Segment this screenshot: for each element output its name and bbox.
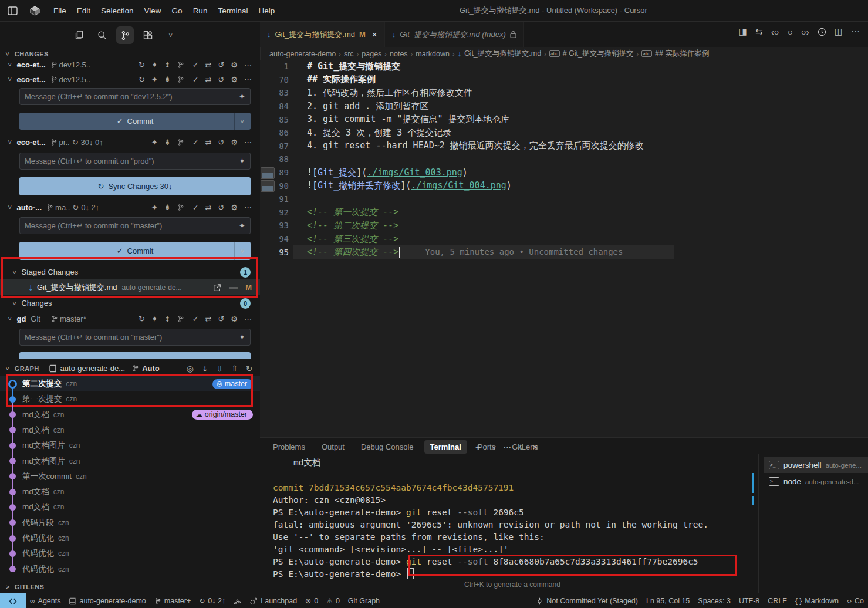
status-item-spaces-3[interactable]: Spaces: 3	[694, 593, 735, 608]
new-terminal-icon[interactable]: ＋	[474, 443, 482, 453]
commit-message-input-master[interactable]: Message (Ctrl+↵ to commit on "master") ✦	[19, 217, 251, 234]
code-line-85[interactable]: 853. git commit -m "提交信息" 提交到本地仓库	[260, 113, 868, 126]
sparkle-icon[interactable]: ✦	[239, 92, 245, 101]
repo-row-eco2[interactable]: > eco-et... dev12.5.. ↻✦⇟✓⇄↺⚙⋯	[0, 72, 260, 86]
commit-dropdown[interactable]: >	[234, 242, 251, 260]
commit-row[interactable]: md文档图片czn	[0, 454, 260, 469]
menu-run[interactable]: Run	[188, 6, 213, 15]
menu-edit[interactable]: Edit	[72, 6, 96, 15]
staged-file-row[interactable]: ↓ Git_提交与撤销提交.md auto-generate-de... — M	[0, 279, 260, 295]
search-icon[interactable]	[93, 26, 111, 44]
chevron-down-icon[interactable]: >	[162, 26, 180, 44]
fetch-icon[interactable]: ⇣	[201, 364, 208, 373]
status-item-crlf[interactable]: CRLF	[764, 593, 791, 608]
split-editor-icon[interactable]: ◫	[835, 26, 843, 37]
pull-icon[interactable]: ⇩	[217, 364, 224, 373]
tab-git-md-index[interactable]: ↓ Git_提交与撤销提交.md (Index)	[385, 22, 524, 47]
breadcrumb[interactable]: auto-generate-demo›src›pages›notes›markd…	[269, 48, 868, 60]
commit-message-input-gd[interactable]: Message (Ctrl+↵ to commit on "master") ✦	[19, 329, 251, 346]
repo-actions[interactable]: ↻✦⇟✓⇄↺⚙⋯	[139, 60, 252, 69]
change-icon[interactable]: ○	[788, 27, 793, 37]
menu-terminal[interactable]: Terminal	[212, 6, 253, 15]
close-icon[interactable]: ×	[372, 29, 377, 39]
status-item-agents[interactable]: ∞Agents	[26, 593, 65, 608]
status-item-0[interactable]: ⚠0	[322, 593, 344, 608]
status-item-0[interactable]: ⊗0	[301, 593, 322, 608]
prev-change-icon[interactable]: ‹○	[771, 27, 779, 37]
timeline-icon[interactable]	[818, 28, 826, 36]
commit-message-input-prod[interactable]: Message (Ctrl+↵ to commit on "prod") ✦	[19, 153, 251, 170]
sparkle-icon[interactable]: ✦	[239, 157, 245, 165]
panel-tab-problems[interactable]: Problems	[267, 440, 311, 454]
crumb-folder[interactable]: src	[344, 50, 354, 58]
sync-changes-button[interactable]: ↻Sync Changes 30↓	[19, 177, 251, 195]
commit-row[interactable]: 第一次commitczn	[0, 469, 260, 484]
status-item-master-[interactable]: master+	[150, 593, 195, 608]
commit-row[interactable]: 代码优化czn	[0, 546, 260, 561]
terminal-item-powershell[interactable]: >_powershellauto-gene...	[764, 457, 868, 473]
commit-row[interactable]: 第二次提交czn◎master	[0, 376, 260, 391]
status-item-git-graph[interactable]: Git Graph	[344, 593, 384, 608]
layout-toggle-icon[interactable]	[4, 2, 21, 19]
code-line-95[interactable]: 95<!-- 第四次提交 -->You, 5 minutes ago • Unc…	[260, 245, 868, 259]
menu-file[interactable]: File	[48, 6, 72, 15]
code-line-92[interactable]: 92<!-- 第一次提交 -->	[260, 206, 868, 219]
branch-badge-origin/master[interactable]: ☁origin/master	[192, 410, 253, 420]
terminal-dropdown-icon[interactable]: >	[487, 446, 498, 450]
open-changes-icon[interactable]: ⇆	[755, 26, 763, 37]
terminal-item-node[interactable]: >_nodeauto-generate-d...	[764, 474, 868, 489]
menu-help[interactable]: Help	[253, 6, 280, 15]
crumb-folder[interactable]: notes	[390, 50, 408, 58]
code-line-88[interactable]: 88	[260, 153, 868, 166]
crumb-folder[interactable]: markdown	[416, 50, 450, 58]
branch-badge-master[interactable]: ◎master	[212, 379, 253, 389]
repo-actions[interactable]: ↻✦⇟✓⇄↺⚙⋯	[139, 315, 252, 323]
commit-row[interactable]: 代码优化czn	[0, 531, 260, 546]
panel-tab-output[interactable]: Output	[316, 440, 350, 454]
source-control-icon[interactable]	[116, 26, 134, 44]
staged-changes-header[interactable]: > Staged Changes 1	[0, 265, 260, 279]
target-icon[interactable]: ◎	[187, 364, 194, 373]
code-editor[interactable]: 1# Git_提交与撤销提交70## 实际操作案例831. 代码改动，然后工作区…	[260, 60, 868, 437]
gitlens-section-header[interactable]: > GITLENS	[0, 580, 260, 593]
status-item-markdown[interactable]: { }Markdown	[791, 593, 843, 608]
menu-view[interactable]: View	[139, 6, 167, 15]
sparkle-icon[interactable]: ✦	[239, 333, 245, 342]
commit-row[interactable]: md文档czn	[0, 484, 260, 499]
code-line-89[interactable]: 89![Git_提交](./imgs/Git_003.png)	[260, 166, 868, 180]
code-line-84[interactable]: 842. git add . 添加到暂存区	[260, 100, 868, 113]
refresh-icon[interactable]: ↻	[246, 364, 253, 373]
maximize-panel-icon[interactable]: >	[517, 446, 528, 450]
menu-go[interactable]: Go	[167, 6, 188, 15]
remote-indicator[interactable]	[0, 593, 26, 608]
code-line-91[interactable]: 91	[260, 192, 868, 206]
copy-files-icon[interactable]	[70, 26, 88, 44]
crumb-file[interactable]: Git_提交与撤销提交.md	[464, 49, 541, 59]
code-line-83[interactable]: 831. 代码改动，然后工作区有相应修改文件	[260, 86, 868, 100]
commit-row[interactable]: md文档czn☁origin/master	[0, 407, 260, 423]
commit-row[interactable]: md文档图片czn	[0, 438, 260, 453]
terminal-output[interactable]: md文档commit 7bdd71534c657c554aab7674c4fbc…	[273, 457, 754, 580]
status-item-co[interactable]: ‹›Co	[843, 593, 868, 608]
status-item-0-2-[interactable]: ↻0↓ 2↑	[195, 593, 229, 608]
close-panel-icon[interactable]: ×	[533, 443, 538, 453]
code-line-90[interactable]: 90![Git_撤销并丢弃修改](./imgs/Git_004.png)	[260, 179, 868, 192]
crumb-symbol[interactable]: # Git_提交与撤销提交	[563, 49, 634, 59]
code-line-93[interactable]: 93<!-- 第二次提交 -->	[260, 219, 868, 232]
repo-actions[interactable]: ↻✦⇟✓⇄↺⚙⋯	[139, 75, 252, 84]
status-item-auto-generate-demo[interactable]: auto-generate-demo	[65, 593, 150, 608]
commit-row[interactable]: 代码优化czn	[0, 562, 260, 577]
open-file-icon[interactable]	[213, 283, 221, 292]
status-item-utf-8[interactable]: UTF-8	[735, 593, 764, 608]
status-item-launchpad[interactable]: Launchpad	[245, 593, 301, 608]
commit-dropdown[interactable]: >	[234, 113, 251, 130]
code-line-87[interactable]: 874. git reset --hard HEAD~2 撤销最近两次提交，完全…	[260, 140, 868, 153]
push-icon[interactable]: ⇧	[231, 364, 238, 373]
commit-button-auto[interactable]: ✓Commit >	[19, 242, 251, 260]
graph-section-header[interactable]: > GRAPH auto-generate-de... Auto ◎ ⇣ ⇩ ⇧…	[0, 361, 260, 376]
status-item-not-committed-yet-staged-[interactable]: Not Committed Yet (Staged)	[532, 593, 642, 608]
code-line-70[interactable]: 70## 实际操作案例	[260, 73, 868, 87]
tab-git-md[interactable]: ↓ Git_提交与撤销提交.md M ×	[260, 22, 385, 47]
repo-actions[interactable]: ✦⇟✓⇄↺⚙⋯	[151, 138, 252, 147]
repo-actions[interactable]: ✦⇟✓⇄↺⚙⋯	[151, 203, 252, 212]
